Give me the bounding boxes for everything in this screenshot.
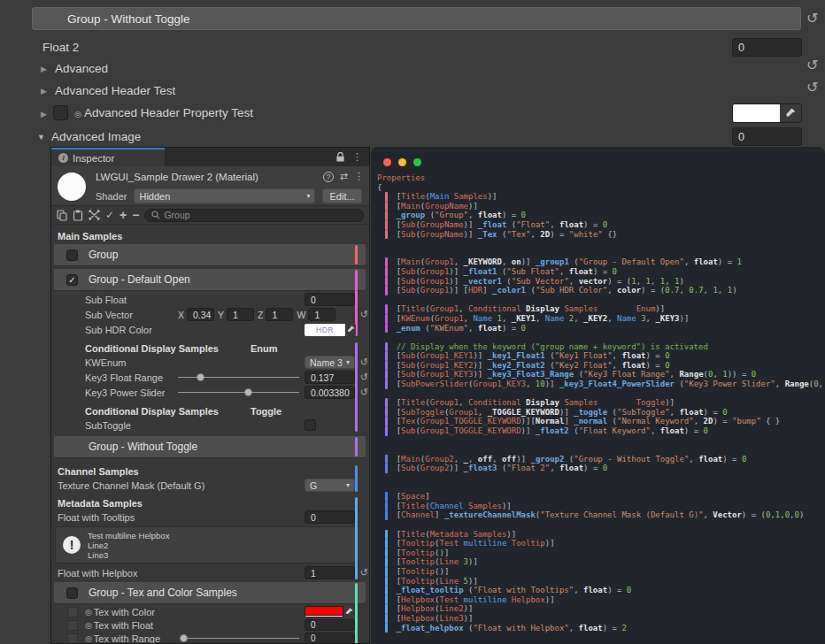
key3-float-range-row: Key3 Float Range 0.137 ↺ <box>51 370 369 385</box>
plus-icon[interactable]: + <box>120 208 127 222</box>
edit-shader-button[interactable]: Edit... <box>322 188 361 203</box>
slider-thumb[interactable] <box>180 634 188 642</box>
material-header: LWGUI_Sample Drawer 2 (Material) ? ⇄ ⋮ S… <box>51 166 369 206</box>
subtoggle-checkbox[interactable] <box>305 419 316 431</box>
key3-power-slider-row: Key3 Power Slider 0.003380 ↺ <box>51 385 369 400</box>
search-icon <box>151 211 160 219</box>
tab-inspector[interactable]: i Inspector <box>51 148 165 166</box>
revert-icon[interactable]: ↺ <box>360 567 368 579</box>
foldout-arrow-icon[interactable]: ▶ <box>41 110 47 119</box>
preset-icon[interactable]: ⇄ <box>340 171 348 182</box>
vector-w-input[interactable]: 1 <box>308 308 335 321</box>
revert-icon[interactable]: ↺ <box>360 387 368 398</box>
channel-samples-header: Channel Samples <box>51 464 369 478</box>
section-channel: Channel Samples Texture Channel Mask (De… <box>51 464 369 493</box>
kebab-menu-icon[interactable]: ⋮ <box>354 171 364 182</box>
shader-source-code[interactable]: Properties{ [Title(Main Samples)] [Main(… <box>377 173 825 644</box>
vector-y-input[interactable]: 1 <box>227 308 254 321</box>
key3-power-slider-input[interactable]: 0.003380 <box>305 386 355 399</box>
slider-thumb[interactable] <box>197 373 204 381</box>
texture-slot[interactable] <box>67 607 78 617</box>
group-default-open-checkbox[interactable]: ✓ <box>66 274 78 286</box>
object-circle-icon: ◎ <box>74 110 81 119</box>
info-icon: i <box>58 153 68 163</box>
group-without-toggle-header[interactable]: Group - Without Toggle <box>32 7 801 30</box>
float2-input[interactable]: 0 <box>732 38 802 57</box>
key3-float-range-input[interactable]: 0.137 <box>305 371 355 384</box>
chevron-down-icon: ▾ <box>346 358 350 366</box>
revert-icon[interactable]: ↺ <box>360 309 368 320</box>
object-circle-icon: ◎ <box>85 621 92 630</box>
copy-icon[interactable] <box>57 210 67 221</box>
float-with-helpbox-input[interactable]: 1 <box>305 566 355 579</box>
slider-thumb[interactable] <box>244 388 252 396</box>
foldout-open-arrow-icon[interactable]: ▼ <box>37 133 45 142</box>
minus-icon[interactable]: − <box>132 208 139 222</box>
vector-x-input[interactable]: 0.34 <box>187 308 214 321</box>
section-default-open: ✓ Group - Default Open Sub Float 0 Sub V… <box>51 269 369 337</box>
group-tex-color-header[interactable]: Group - Tex and Color Samples <box>54 582 366 603</box>
paste-icon[interactable] <box>73 210 83 221</box>
search-input[interactable]: Group <box>144 209 364 222</box>
object-circle-icon: ◎ <box>85 634 92 643</box>
revert-icon[interactable]: ↺ <box>360 356 368 368</box>
foldout-arrow-icon[interactable]: ▶ <box>41 87 47 96</box>
key3-float-range-slider[interactable] <box>178 370 299 385</box>
float-with-helpbox-row: Float with Helpbox 1 ↺ <box>51 565 369 580</box>
sub-float-row: Sub Float 0 <box>51 292 369 307</box>
eyedropper-icon <box>345 608 353 616</box>
kwenum-dropdown[interactable]: Name 3▾ <box>305 356 355 369</box>
check-icon[interactable]: ✓ <box>105 209 114 221</box>
tex-with-float-input[interactable]: 0 <box>305 619 355 631</box>
advanced-image-input[interactable]: 0 <box>732 127 802 146</box>
lwgui-toolbar: ✓ + − Group <box>51 206 369 225</box>
conditional-toggle-header: Conditional Display Samples Toggle <box>51 404 369 418</box>
collapse-icon[interactable] <box>89 210 100 220</box>
minimize-icon[interactable] <box>398 158 406 166</box>
advanced-header-test-foldout[interactable]: Advanced Header Test <box>55 84 175 97</box>
kwenum-row: KWEnum Name 3▾ ↺ <box>51 355 369 370</box>
advanced-header-property-checkbox[interactable] <box>53 105 68 120</box>
float-with-tooltips-input[interactable]: 0 <box>305 510 355 524</box>
texture-slot[interactable] <box>67 633 78 644</box>
tex-with-range-input[interactable]: 0 <box>305 632 355 644</box>
texture-channel-mask-row: Texture Channel Mask (Default G) G▾ <box>51 478 369 493</box>
vector-z-input[interactable]: 1 <box>266 308 293 321</box>
revert-icon[interactable]: ↺ <box>806 12 818 26</box>
material-preview-sphere[interactable] <box>58 172 86 201</box>
advanced-foldout[interactable]: Advanced <box>55 62 108 75</box>
shader-dropdown[interactable]: Hidden ▾ <box>134 188 315 203</box>
sub-float-input[interactable]: 0 <box>305 293 355 306</box>
revert-icon[interactable]: ↺ <box>806 58 818 73</box>
section-tex-color: Group - Tex and Color Samples ◎ Tex with… <box>51 582 369 644</box>
window-traffic-lights <box>383 158 421 166</box>
hdr-color-swatch[interactable]: HDR <box>305 324 345 336</box>
group-header[interactable]: Group <box>54 244 366 265</box>
color-field[interactable] <box>732 104 802 123</box>
advanced-image-foldout[interactable]: Advanced Image <box>51 130 141 143</box>
revert-icon[interactable]: ↺ <box>360 372 368 383</box>
help-icon[interactable]: ? <box>323 172 334 182</box>
eyedropper-button[interactable] <box>343 606 355 617</box>
tex-color-swatch[interactable] <box>305 606 343 617</box>
texture-slot[interactable] <box>67 620 78 631</box>
revert-icon[interactable]: ↺ <box>806 80 818 95</box>
color-swatch-white[interactable] <box>733 104 780 122</box>
foldout-arrow-icon[interactable]: ▶ <box>41 65 47 73</box>
texture-channel-mask-dropdown[interactable]: G▾ <box>305 479 355 492</box>
section-without-toggle: Group - Without Toggle <box>51 436 369 457</box>
eyedropper-button[interactable] <box>780 104 801 122</box>
tex-with-range-slider[interactable] <box>180 632 299 644</box>
group-without-toggle-bar[interactable]: Group - Without Toggle <box>54 436 366 457</box>
group-checkbox[interactable] <box>66 249 78 261</box>
key3-power-slider[interactable] <box>178 385 299 400</box>
subtoggle-row: SubToggle <box>51 418 369 433</box>
group-tex-color-checkbox[interactable] <box>66 587 78 599</box>
group-default-open-header[interactable]: ✓ Group - Default Open <box>54 269 366 290</box>
maximize-icon[interactable] <box>413 158 421 166</box>
close-icon[interactable] <box>383 158 391 166</box>
kebab-menu-icon[interactable]: ⋮ <box>352 151 362 163</box>
eyedropper-button[interactable] <box>345 324 356 336</box>
advanced-header-property-test-label[interactable]: Advanced Header Property Test <box>84 106 253 119</box>
lock-icon[interactable] <box>335 152 345 163</box>
